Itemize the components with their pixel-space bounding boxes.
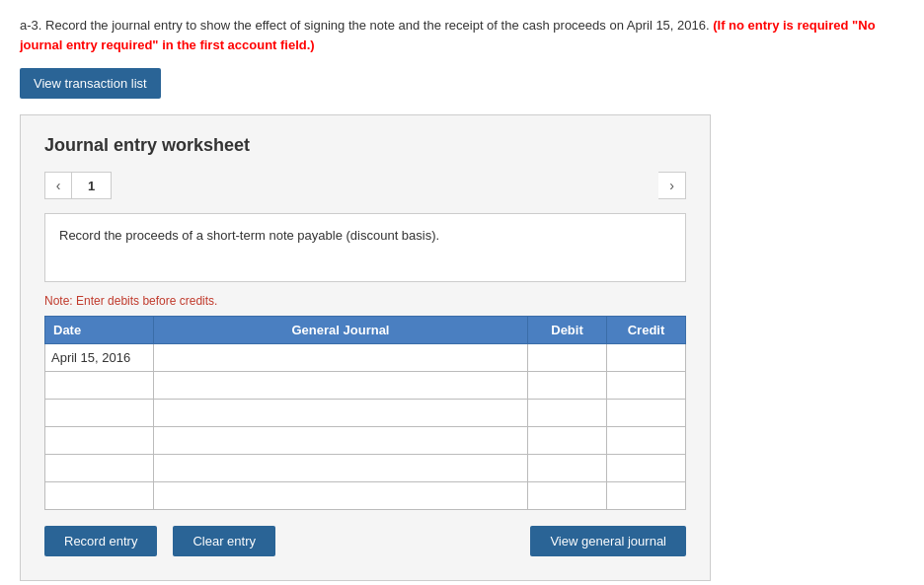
date-cell xyxy=(45,482,154,510)
debit-input[interactable] xyxy=(528,482,606,509)
debit-cell[interactable] xyxy=(528,372,607,400)
date-cell xyxy=(45,372,154,400)
prev-tab-button[interactable]: ‹ xyxy=(44,172,72,199)
credit-input[interactable] xyxy=(607,427,685,454)
debit-cell[interactable] xyxy=(528,427,607,455)
journal-input[interactable] xyxy=(154,344,527,371)
credit-cell[interactable] xyxy=(607,400,686,427)
credit-cell[interactable] xyxy=(607,427,686,455)
credit-input[interactable] xyxy=(607,455,685,481)
action-buttons: Record entry Clear entry View general jo… xyxy=(44,526,686,556)
credit-input[interactable] xyxy=(607,344,685,371)
journal-input[interactable] xyxy=(154,427,527,454)
col-header-journal: General Journal xyxy=(154,317,528,344)
journal-cell[interactable] xyxy=(154,400,528,427)
table-row xyxy=(45,400,686,427)
debit-cell[interactable] xyxy=(528,400,607,427)
col-header-debit: Debit xyxy=(528,317,607,344)
record-entry-button[interactable]: Record entry xyxy=(44,526,157,556)
debit-input[interactable] xyxy=(528,372,606,399)
worksheet-title: Journal entry worksheet xyxy=(44,135,686,156)
credit-cell[interactable] xyxy=(607,344,686,372)
journal-input[interactable] xyxy=(154,372,527,399)
credit-input[interactable] xyxy=(607,400,685,426)
credit-input[interactable] xyxy=(607,482,685,509)
journal-cell[interactable] xyxy=(154,344,528,372)
tab-number[interactable]: 1 xyxy=(72,172,112,199)
table-row xyxy=(45,427,686,455)
col-header-credit: Credit xyxy=(607,317,686,344)
journal-cell[interactable] xyxy=(154,482,528,510)
debit-cell[interactable] xyxy=(528,482,607,510)
credit-cell[interactable] xyxy=(607,372,686,400)
note-text: Note: Enter debits before credits. xyxy=(44,294,686,308)
instruction-text: a-3. Record the journal entry to show th… xyxy=(20,16,904,54)
credit-cell[interactable] xyxy=(607,455,686,482)
date-cell: April 15, 2016 xyxy=(45,344,154,372)
debit-input[interactable] xyxy=(528,400,606,426)
journal-cell[interactable] xyxy=(154,455,528,482)
debit-input[interactable] xyxy=(528,455,606,481)
table-row xyxy=(45,455,686,482)
credit-input[interactable] xyxy=(607,372,685,399)
journal-input[interactable] xyxy=(154,482,527,509)
instruction-prefix: a-3. Record the journal entry to show th… xyxy=(20,18,710,33)
next-tab-button[interactable]: › xyxy=(658,172,686,199)
worksheet-container: Journal entry worksheet ‹ 1 › Record the… xyxy=(20,114,711,581)
table-row xyxy=(45,372,686,400)
journal-cell[interactable] xyxy=(154,372,528,400)
debit-cell[interactable] xyxy=(528,455,607,482)
view-general-journal-button[interactable]: View general journal xyxy=(530,526,686,556)
debit-input[interactable] xyxy=(528,344,606,371)
col-header-date: Date xyxy=(45,317,154,344)
clear-entry-button[interactable]: Clear entry xyxy=(173,526,275,556)
journal-input[interactable] xyxy=(154,400,527,426)
date-cell xyxy=(45,400,154,427)
table-row: April 15, 2016 xyxy=(45,344,686,372)
description-box: Record the proceeds of a short-term note… xyxy=(44,213,686,282)
tab-navigation: ‹ 1 › xyxy=(44,172,686,199)
debit-input[interactable] xyxy=(528,427,606,454)
credit-cell[interactable] xyxy=(607,482,686,510)
journal-input[interactable] xyxy=(154,455,527,481)
table-row xyxy=(45,482,686,510)
description-text: Record the proceeds of a short-term note… xyxy=(59,228,439,243)
debit-cell[interactable] xyxy=(528,344,607,372)
journal-cell[interactable] xyxy=(154,427,528,455)
date-cell xyxy=(45,455,154,482)
view-transaction-button[interactable]: View transaction list xyxy=(20,68,161,99)
date-cell xyxy=(45,427,154,455)
journal-table: Date General Journal Debit Credit April … xyxy=(44,316,686,510)
